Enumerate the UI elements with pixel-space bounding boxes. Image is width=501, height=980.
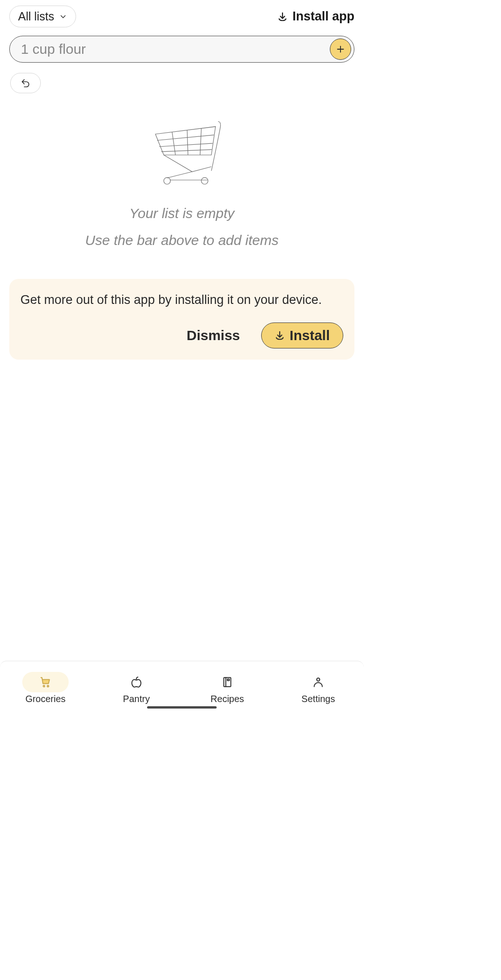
undo-button[interactable] [10,73,41,93]
add-item-input-wrap[interactable] [9,36,354,63]
bottom-tab-bar: Groceries Pantry Recipes Settings [0,661,364,712]
svg-point-18 [317,678,320,681]
svg-line-10 [167,172,192,178]
svg-point-11 [164,178,170,184]
svg-point-12 [201,178,208,184]
add-item-input[interactable] [21,41,330,57]
undo-icon [20,78,31,88]
download-icon [277,12,288,22]
empty-state-subtitle: Use the bar above to add items [85,232,279,248]
apple-icon [130,676,142,688]
install-button-label: Install [289,328,330,343]
svg-line-8 [200,128,201,155]
svg-line-4 [159,143,212,147]
add-item-button[interactable] [330,39,351,60]
install-button[interactable]: Install [261,322,343,348]
svg-point-13 [43,685,45,687]
install-banner: Get more out of this app by installing i… [9,279,354,360]
tab-settings[interactable]: Settings [273,661,364,712]
svg-line-7 [187,130,188,155]
tab-groceries[interactable]: Groceries [0,661,91,712]
tab-label: Pantry [123,694,150,704]
empty-state-title: Your list is empty [129,206,235,221]
tab-label: Settings [302,694,335,704]
install-app-header-button[interactable]: Install app [277,9,354,24]
chevron-down-icon [59,13,67,21]
svg-point-14 [47,685,49,687]
tab-pantry[interactable]: Pantry [91,661,182,712]
tab-label: Groceries [26,694,66,704]
tab-label: Recipes [211,694,244,704]
empty-cart-icon [143,116,226,194]
svg-line-6 [172,132,175,155]
person-icon [312,676,324,688]
tab-recipes[interactable]: Recipes [182,661,273,712]
plus-icon [335,44,346,54]
download-icon [275,330,285,341]
svg-line-3 [157,135,214,141]
book-icon [221,676,233,688]
home-indicator [147,706,217,709]
svg-line-5 [161,149,212,152]
cart-icon [39,676,51,688]
list-selector-label: All lists [18,10,54,23]
svg-rect-17 [227,679,229,680]
dismiss-button[interactable]: Dismiss [186,328,240,343]
install-app-header-label: Install app [292,9,354,24]
list-selector-dropdown[interactable]: All lists [9,6,76,27]
install-banner-text: Get more out of this app by installing i… [20,291,343,309]
